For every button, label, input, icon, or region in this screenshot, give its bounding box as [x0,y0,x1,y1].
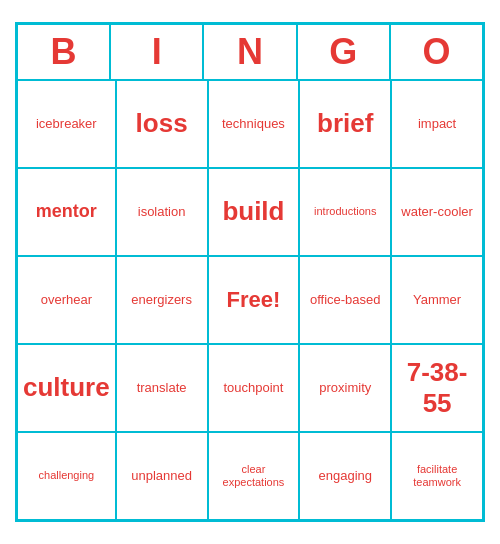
cell-r1-c2: build [208,168,300,256]
cell-r2-c1: energizers [116,256,208,344]
cell-r0-c3: brief [299,80,391,168]
header-letter: I [110,24,203,80]
cell-r4-c3: engaging [299,432,391,520]
header-letter: N [203,24,296,80]
cell-r1-c0: mentor [17,168,116,256]
cell-r0-c2: techniques [208,80,300,168]
cell-r0-c0: icebreaker [17,80,116,168]
cell-r4-c1: unplanned [116,432,208,520]
cell-r0-c4: impact [391,80,483,168]
cell-r4-c4: facilitate teamwork [391,432,483,520]
cell-r2-c3: office-based [299,256,391,344]
cell-r3-c0: culture [17,344,116,432]
header-letter: B [17,24,110,80]
cell-r2-c2: Free! [208,256,300,344]
cell-r4-c2: clear expectations [208,432,300,520]
bingo-header: BINGO [17,24,483,80]
header-letter: O [390,24,483,80]
bingo-card: BINGO icebreakerlosstechniquesbriefimpac… [15,22,485,522]
cell-r3-c2: touchpoint [208,344,300,432]
cell-r4-c0: challenging [17,432,116,520]
cell-r1-c3: introductions [299,168,391,256]
bingo-grid: icebreakerlosstechniquesbriefimpactmento… [17,80,483,520]
cell-r1-c4: water-cooler [391,168,483,256]
cell-r3-c3: proximity [299,344,391,432]
cell-r0-c1: loss [116,80,208,168]
cell-r2-c4: Yammer [391,256,483,344]
cell-r3-c4: 7-38-55 [391,344,483,432]
cell-r2-c0: overhear [17,256,116,344]
cell-r3-c1: translate [116,344,208,432]
cell-r1-c1: isolation [116,168,208,256]
header-letter: G [297,24,390,80]
